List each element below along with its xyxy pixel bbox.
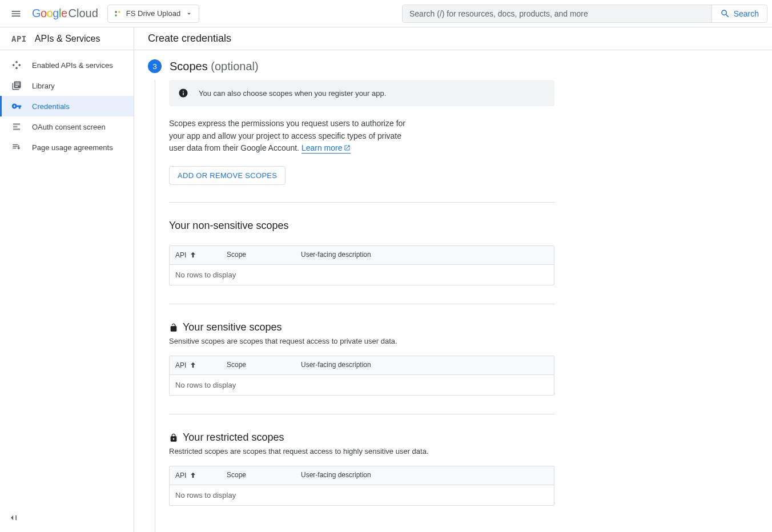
col-api[interactable]: API xyxy=(170,246,221,264)
restricted-sub: Restricted scopes are scopes that reques… xyxy=(169,447,554,456)
step-number-badge: 3 xyxy=(148,59,162,73)
hamburger-menu[interactable] xyxy=(5,2,27,25)
col-api[interactable]: API xyxy=(170,356,221,374)
divider xyxy=(169,414,554,414)
restricted-table: API Scope User-facing description No row… xyxy=(169,466,554,506)
col-scope[interactable]: Scope xyxy=(221,246,295,264)
project-icon xyxy=(114,10,122,18)
external-link-icon xyxy=(344,144,351,151)
sidebar-item-library[interactable]: Library xyxy=(0,75,134,96)
divider xyxy=(169,304,554,304)
project-name: FS Drive Upload xyxy=(126,9,180,18)
sensitive-sub: Sensitive scopes are scopes that request… xyxy=(169,337,554,345)
sidebar-item-label: Library xyxy=(32,82,55,90)
table-empty: No rows to display xyxy=(170,485,554,505)
step-optional: (optional) xyxy=(211,60,258,72)
sidebar-item-label: Enabled APIs & services xyxy=(32,61,113,70)
info-icon xyxy=(178,88,188,98)
agreement-icon xyxy=(11,142,22,152)
col-scope[interactable]: Scope xyxy=(221,466,295,485)
sort-up-icon xyxy=(188,361,198,370)
nonsensitive-title: Your non-sensitive scopes xyxy=(169,220,554,232)
sidebar: API APIs & Services Enabled APIs & servi… xyxy=(0,27,134,532)
col-desc[interactable]: User-facing description xyxy=(295,356,554,374)
learn-more-link[interactable]: Learn more xyxy=(301,143,351,154)
search-icon xyxy=(720,9,730,19)
consent-icon xyxy=(11,122,22,132)
col-scope[interactable]: Scope xyxy=(221,356,295,374)
step-title: Scopes xyxy=(170,60,208,72)
add-remove-scopes-button[interactable]: ADD OR REMOVE SCOPES xyxy=(169,166,286,185)
sidebar-item-enabled-apis[interactable]: Enabled APIs & services xyxy=(0,55,134,75)
dropdown-icon xyxy=(185,10,193,18)
library-icon xyxy=(11,80,22,91)
hamburger-icon xyxy=(10,8,22,19)
sidebar-item-label: Page usage agreements xyxy=(32,143,113,152)
nonsensitive-table: API Scope User-facing description No row… xyxy=(169,245,554,285)
scopes-description: Scopes express the permissions you reque… xyxy=(169,118,409,155)
api-icon: API xyxy=(11,34,27,43)
project-selector[interactable]: FS Drive Upload xyxy=(107,5,199,23)
page-title: Create credentials xyxy=(134,27,772,50)
step-header: 3 Scopes (optional) xyxy=(148,59,554,73)
col-desc[interactable]: User-facing description xyxy=(295,466,554,485)
lock-icon xyxy=(169,433,178,442)
main-content: Create credentials 3 Scopes (optional) Y… xyxy=(134,27,772,532)
diamond-icon xyxy=(11,60,22,70)
search-input[interactable] xyxy=(403,5,711,22)
divider xyxy=(169,202,554,203)
col-desc[interactable]: User-facing description xyxy=(295,246,554,264)
search-container: Search xyxy=(402,5,767,23)
svg-point-1 xyxy=(118,11,120,13)
svg-point-2 xyxy=(115,14,117,17)
sidebar-item-label: OAuth consent screen xyxy=(32,123,106,131)
sidebar-item-oauth-consent[interactable]: OAuth consent screen xyxy=(0,116,134,137)
google-cloud-logo[interactable]: Google Cloud xyxy=(32,7,98,20)
unlock-icon xyxy=(169,323,178,332)
collapse-icon xyxy=(8,512,19,523)
col-api[interactable]: API xyxy=(170,466,221,485)
sensitive-title: Your sensitive scopes xyxy=(169,321,554,333)
sort-up-icon xyxy=(188,471,198,480)
svg-point-0 xyxy=(115,11,117,13)
sidebar-header[interactable]: API APIs & Services xyxy=(0,27,134,50)
sensitive-table: API Scope User-facing description No row… xyxy=(169,356,554,396)
table-empty: No rows to display xyxy=(170,375,554,395)
sidebar-item-page-usage[interactable]: Page usage agreements xyxy=(0,137,134,158)
table-empty: No rows to display xyxy=(170,265,554,285)
key-icon xyxy=(11,101,22,111)
info-box: You can also choose scopes when you regi… xyxy=(169,80,554,106)
sidebar-item-credentials[interactable]: Credentials xyxy=(0,96,134,116)
sort-up-icon xyxy=(188,251,198,260)
sidebar-item-label: Credentials xyxy=(32,102,70,111)
restricted-title: Your restricted scopes xyxy=(169,432,554,444)
sidebar-collapse-button[interactable] xyxy=(8,512,19,525)
search-button[interactable]: Search xyxy=(711,5,767,22)
